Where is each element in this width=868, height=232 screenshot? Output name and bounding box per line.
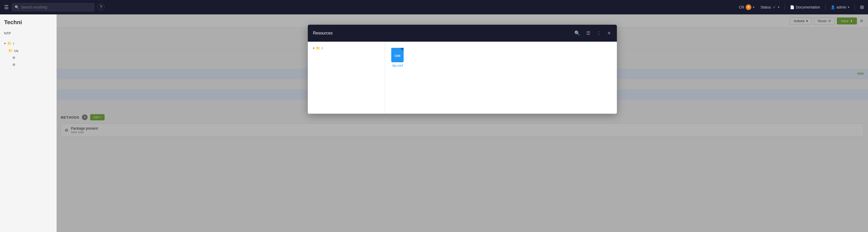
modal-body: ▾ 📁 / CON ntp.conf (308, 42, 617, 114)
search-input[interactable] (21, 5, 91, 9)
folder-icon: 📁 (7, 41, 11, 45)
doc-icon: 📄 (790, 5, 794, 9)
search-bar[interactable]: 🔍 (12, 3, 94, 11)
sidebar-gear-2[interactable]: ⚙ (0, 61, 56, 68)
main-area: Techni NTP ▾ 📁 / 📁 Us ⚙ ⚙ Actions (0, 14, 868, 232)
sidebar-folder-root[interactable]: ▾ 📁 / (0, 40, 56, 47)
sidebar-folder-us[interactable]: 📁 Us (0, 47, 56, 54)
admin-menu[interactable]: 👤 admin ▾ (831, 5, 849, 9)
modal-sidebar-root[interactable]: ▾ 📁 / (311, 45, 382, 52)
status-label: Status (761, 5, 771, 9)
sidebar-item-ntp[interactable]: NTP (0, 30, 56, 37)
modal-content: CON ntp.conf (385, 42, 617, 114)
modal-search-button[interactable]: 🔍 (574, 29, 581, 37)
status-chevron-icon[interactable]: ▾ (778, 5, 779, 9)
folder-us-label: Us (14, 49, 18, 53)
sidebar-gear-1[interactable]: ⚙ (0, 54, 56, 61)
file-name: ntp.conf (392, 64, 403, 67)
modal-close-button[interactable]: × (606, 29, 612, 38)
modal-header-actions: 🔍 ☰ ⋮ × (574, 29, 612, 38)
admin-icon: 👤 (831, 5, 835, 9)
modal-dots-button[interactable]: ⋮ (595, 29, 602, 37)
status-section: Status ✓ ▾ (761, 4, 779, 10)
modal-folder-chevron-icon: ▾ (313, 46, 314, 50)
modal-sidebar: ▾ 📁 / (308, 42, 385, 114)
modal-folder-icon: 📁 (316, 46, 320, 50)
sidebar-ntp-label: NTP (4, 31, 11, 35)
resources-modal: Resources 🔍 ☰ ⋮ × ▾ 📁 (308, 25, 617, 114)
gear-icon-2: ⚙ (12, 63, 16, 67)
file-icon-label: CON (395, 55, 400, 57)
hamburger-icon[interactable]: ☰ (4, 4, 9, 10)
search-icon: 🔍 (15, 5, 19, 9)
modal-folder-root-label: / (322, 46, 323, 50)
admin-label: admin (837, 5, 846, 9)
modal-header: Resources 🔍 ☰ ⋮ × (308, 25, 617, 42)
grid-icon[interactable]: ⊞ (860, 4, 864, 10)
page-title: Techni (0, 17, 56, 28)
gear-icon-1: ⚙ (12, 56, 16, 60)
file-item-ntp-conf[interactable]: CON ntp.conf (391, 48, 404, 67)
folder-chevron-icon: ▾ (4, 42, 6, 45)
cr-count-badge: 8 (746, 4, 751, 10)
documentation-link[interactable]: 📄 Documentation (790, 5, 820, 9)
modal-title: Resources (313, 31, 574, 35)
folder-icon-2: 📁 (8, 48, 12, 53)
cr-chevron-icon[interactable]: ▾ (753, 5, 754, 9)
cr-label: CR (739, 5, 744, 9)
nav-divider (784, 4, 785, 10)
navbar: ☰ 🔍 ? CR 8 ▾ Status ✓ ▾ 📄 Documentation … (0, 0, 868, 14)
doc-label: Documentation (796, 5, 820, 9)
status-check-icon: ✓ (772, 4, 776, 10)
nav-divider-2 (825, 4, 826, 10)
help-button[interactable]: ? (97, 4, 104, 11)
content-area: Actions ▾ Reset ↺ Save ⬇ ≡ NEW (57, 14, 868, 232)
admin-chevron-icon[interactable]: ▾ (848, 5, 849, 9)
nav-divider-3 (855, 4, 855, 10)
cr-section: CR 8 ▾ (739, 4, 754, 10)
modal-list-button[interactable]: ☰ (585, 29, 591, 37)
sidebar: Techni NTP ▾ 📁 / 📁 Us ⚙ ⚙ (0, 14, 57, 232)
folder-root-label: / (13, 42, 14, 45)
modal-overlay[interactable]: Resources 🔍 ☰ ⋮ × ▾ 📁 (57, 14, 868, 232)
file-icon: CON (391, 48, 404, 62)
